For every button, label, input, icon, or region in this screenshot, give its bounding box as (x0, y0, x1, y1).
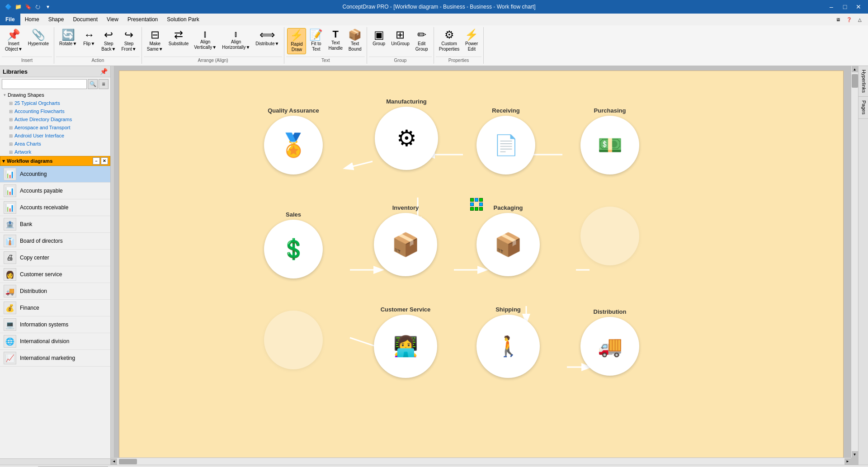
view-menu[interactable]: View (102, 14, 123, 25)
make-same-button[interactable]: ⊟ MakeSame▼ (145, 28, 165, 53)
lib-item-accounts-payable[interactable]: 📊 Accounts payable (0, 183, 110, 199)
shape-menu[interactable]: Shape (44, 14, 69, 25)
lib-item-info-systems[interactable]: 💻 Information systems (0, 316, 110, 333)
close-button[interactable]: ✕ (853, 2, 864, 11)
aerospace-item[interactable]: ⊞ Aerospace and Transport (0, 123, 110, 132)
vscroll-down[interactable]: ▼ (852, 451, 858, 458)
android-item[interactable]: ⊞ Android User Interface (0, 132, 110, 140)
packaging-circle[interactable]: 📦 (476, 213, 540, 276)
insert-object-button[interactable]: 📌 InsertObject▼ (3, 28, 25, 53)
workflow-canvas[interactable]: Quality Assurance 🏅 Manufacturing ⚙ Rece… (119, 71, 844, 460)
lib-item-finance[interactable]: 💰 Finance (0, 300, 110, 316)
right-faded-circle[interactable] (580, 207, 639, 265)
maximize-button[interactable]: □ (839, 2, 851, 11)
edit-group-button[interactable]: ✏ EditGroup (413, 28, 431, 53)
step-back-button[interactable]: ↩ StepBack▼ (99, 28, 118, 53)
view-toggle-button[interactable]: ≡ (99, 79, 108, 89)
ungroup-button[interactable]: ⊞ UnGroup (389, 28, 412, 48)
canvas-area[interactable]: Quality Assurance 🏅 Manufacturing ⚙ Rece… (111, 66, 858, 465)
canvas-vscrollbar[interactable]: ▲ ▼ (851, 66, 858, 458)
drawing-shapes-category[interactable]: ▾ Drawing Shapes (0, 91, 110, 99)
qa-circle[interactable]: 🏅 (264, 116, 323, 175)
sel-handle-tr[interactable] (479, 198, 483, 202)
text-handle-button[interactable]: T TextHandle (326, 28, 345, 52)
presentation-menu[interactable]: Presentation (123, 14, 162, 25)
lib-item-accounts-receivable[interactable]: 📊 Accounts receivable (0, 199, 110, 216)
power-edit-button[interactable]: ⚡ PowerEdit (462, 28, 481, 53)
accounting-flowcharts-item[interactable]: ⊞ Accounting Flowcharts (0, 107, 110, 115)
hscroll-thumb[interactable] (119, 459, 137, 464)
app-icon-2[interactable]: 📁 (14, 2, 23, 11)
app-icon-3[interactable]: 🔖 (24, 2, 33, 11)
pages-tab[interactable]: Pages (859, 97, 868, 118)
distribution-circle[interactable]: 🚚 (580, 317, 639, 376)
node-receiving[interactable]: Receiving 📄 (476, 107, 535, 175)
purchasing-circle[interactable]: 💵 (580, 116, 639, 175)
shipping-circle[interactable]: 🚶 (476, 315, 540, 378)
hypernote-button[interactable]: 📎 Hypernote (26, 28, 51, 48)
node-shipping[interactable]: Shipping 🚶 (476, 306, 540, 378)
help-icon[interactable]: ❓ (844, 15, 854, 24)
hscroll-left[interactable]: ◄ (111, 458, 117, 465)
group-button[interactable]: ▣ Group (370, 28, 388, 48)
document-menu[interactable]: Document (68, 14, 102, 25)
hscroll-right[interactable]: ► (844, 458, 851, 465)
hyperlinks-tab[interactable]: Hyperlinks (859, 66, 868, 97)
sel-handle-top[interactable] (475, 198, 478, 202)
node-purchasing[interactable]: Purchasing 💵 (580, 107, 639, 175)
inventory-circle[interactable]: 📦 (374, 213, 437, 276)
customer-service-circle[interactable]: 👩‍💻 (374, 315, 437, 378)
quick-access-drop[interactable]: ▾ (43, 2, 52, 11)
sel-handle-left[interactable] (470, 203, 474, 206)
lib-item-intl-division[interactable]: 🌐 International division (0, 333, 110, 350)
app-icon-4[interactable]: ⭮ (33, 2, 42, 11)
node-packaging[interactable]: Packaging 📦 (476, 204, 540, 276)
left-panel-scrollbar-h[interactable] (0, 458, 110, 465)
sel-handle-bl[interactable] (470, 207, 474, 211)
artwork-item[interactable]: ⊞ Artwork (0, 148, 110, 156)
flip-button[interactable]: ↔ Flip▼ (80, 28, 98, 48)
collapse-ribbon-btn[interactable]: △ (855, 15, 864, 24)
sel-handle-tl[interactable] (470, 198, 474, 202)
receiving-circle[interactable]: 📄 (476, 116, 535, 175)
vscroll-thumb[interactable] (852, 74, 858, 88)
minimize-button[interactable]: – (826, 2, 837, 11)
node-customer-service[interactable]: Customer Service 👩‍💻 (374, 306, 437, 378)
libraries-pin-icon[interactable]: 📌 (100, 68, 108, 75)
canvas-hscrollbar[interactable]: ◄ ► (111, 458, 851, 465)
lib-item-accounting[interactable]: 📊 Accounting (0, 166, 110, 183)
align-h-button[interactable]: ⫾ AlignHorizontally▼ (220, 28, 252, 52)
align-v-button[interactable]: ⫿ AlignVertically▼ (192, 28, 219, 52)
node-quality-assurance[interactable]: Quality Assurance 🏅 (264, 107, 323, 175)
text-bound-button[interactable]: 📦 TextBound (346, 28, 364, 53)
workflow-minimize-btn[interactable]: – (93, 157, 100, 165)
ribbon-display-btn[interactable]: 🖥 (834, 15, 843, 24)
node-inventory[interactable]: Inventory 📦 (374, 204, 437, 276)
search-input[interactable] (2, 79, 87, 89)
vscroll-up[interactable]: ▲ (852, 66, 858, 72)
node-distribution[interactable]: Distribution 🚚 (580, 308, 639, 376)
file-menu[interactable]: File (0, 14, 20, 25)
fit-to-text-button[interactable]: 📝 Fit toText (307, 28, 325, 53)
lib-item-distribution[interactable]: 🚚 Distribution (0, 283, 110, 300)
area-charts-item[interactable]: ⊞ Area Charts (0, 140, 110, 148)
node-manufacturing[interactable]: Manufacturing ⚙ (375, 98, 438, 170)
node-right-faded[interactable] (580, 207, 639, 265)
typical-orgcharts-item[interactable]: ⊞ 25 Typical Orgcharts (0, 99, 110, 107)
lib-item-bank[interactable]: 🏦 Bank (0, 216, 110, 233)
lib-item-board[interactable]: 👔 Board of directors (0, 233, 110, 250)
home-menu[interactable]: Home (20, 14, 44, 25)
lib-item-customer-service[interactable]: 👩 Customer service (0, 266, 110, 283)
app-icon-cd[interactable]: 🔷 (4, 2, 13, 11)
node-bottom-left-faded[interactable] (264, 311, 323, 369)
node-sales[interactable]: Sales 💲 (264, 211, 323, 278)
rapid-draw-button[interactable]: ⚡ RapidDraw (287, 28, 306, 54)
workflow-close-btn[interactable]: ✕ (101, 157, 108, 165)
step-front-button[interactable]: ↪ StepFront▼ (119, 28, 138, 53)
custom-properties-button[interactable]: ⚙ CustomProperties (437, 28, 462, 53)
lib-item-intl-marketing[interactable]: 📈 International marketing (0, 350, 110, 367)
solution-park-menu[interactable]: Solution Park (162, 14, 203, 25)
lib-item-copy-center[interactable]: 🖨 Copy center (0, 250, 110, 266)
sales-circle[interactable]: 💲 (264, 220, 323, 278)
manufacturing-circle[interactable]: ⚙ (375, 107, 438, 170)
